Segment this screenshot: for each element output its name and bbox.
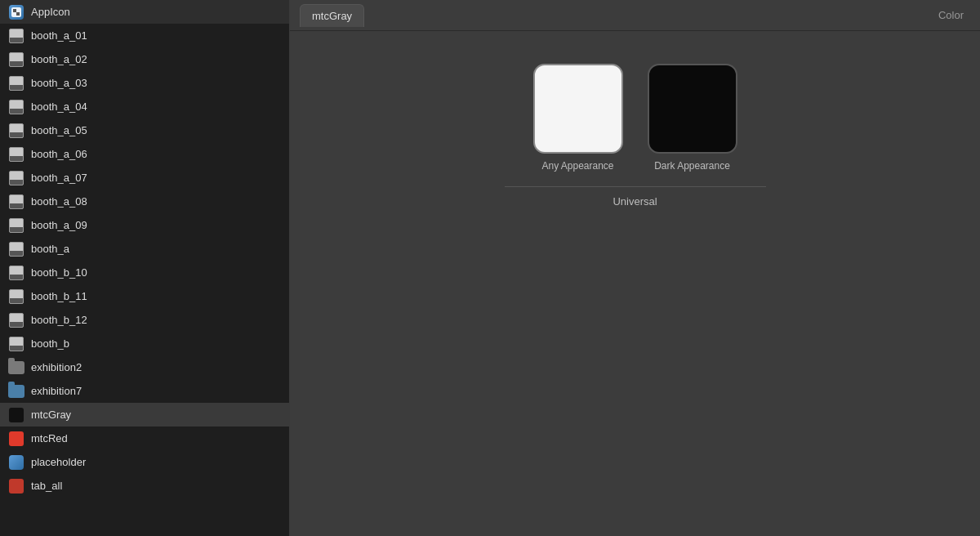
sidebar-item-label-booth_b_12: booth_b_12 (31, 314, 87, 326)
dark-appearance-card: Dark Appearance (648, 64, 737, 172)
booth_a-icon (8, 241, 24, 257)
sidebar-item-booth_a_01[interactable]: booth_a_01 (0, 24, 289, 47)
any-appearance-card: Any Appearance (533, 64, 623, 172)
booth_a_07-icon (8, 170, 24, 186)
mtcRed-icon (8, 431, 24, 447)
booth_a_06-icon (8, 146, 24, 163)
svg-rect-1 (13, 9, 16, 12)
booth_a_01-icon (8, 28, 24, 44)
sidebar-item-exhibition2[interactable]: exhibition2 (0, 355, 289, 379)
main-content: mtcGray Color Any Appearance Dark Appear… (290, 0, 980, 536)
booth_b-icon (8, 336, 24, 352)
mtcGray-icon (8, 407, 24, 423)
booth_a_02-icon (8, 51, 24, 68)
sidebar-item-label-placeholder: placeholder (31, 456, 86, 468)
booth_b_12-icon (8, 312, 24, 328)
sidebar-item-mtcRed[interactable]: mtcRed (0, 427, 289, 450)
sidebar-item-label-booth_b: booth_b (31, 337, 69, 350)
sidebar-item-booth_a_04[interactable]: booth_a_04 (0, 95, 289, 118)
exhibition7-icon (8, 383, 24, 400)
sidebar-item-label-AppIcon: AppIcon (31, 6, 70, 18)
sidebar-item-placeholder[interactable]: placeholder (0, 450, 289, 474)
tab-bar: mtcGray Color (290, 0, 980, 31)
sidebar-item-tab_all[interactable]: tab_all (0, 474, 289, 498)
sidebar-item-AppIcon[interactable]: AppIcon (0, 0, 289, 24)
sidebar-item-label-tab_all: tab_all (31, 480, 62, 492)
appearance-cards: Any Appearance Dark Appearance (533, 64, 737, 172)
sidebar-item-label-booth_a_03: booth_a_03 (31, 77, 87, 89)
sidebar-item-booth_b_12[interactable]: booth_b_12 (0, 308, 289, 332)
booth_a_05-icon (8, 123, 24, 139)
dark-appearance-preview[interactable] (648, 64, 737, 154)
sidebar-item-booth_a_03[interactable]: booth_a_03 (0, 71, 289, 95)
appearance-divider (505, 186, 766, 187)
sidebar-item-booth_b_11[interactable]: booth_b_11 (0, 284, 289, 308)
svg-rect-2 (16, 12, 20, 16)
dark-appearance-label: Dark Appearance (654, 160, 730, 172)
sidebar-item-label-booth_a: booth_a (31, 243, 69, 255)
booth_b_10-icon (8, 265, 24, 281)
sidebar-item-booth_a_09[interactable]: booth_a_09 (0, 213, 289, 237)
sidebar-item-label-booth_a_05: booth_a_05 (31, 124, 87, 136)
sidebar-item-booth_a[interactable]: booth_a (0, 237, 289, 261)
sidebar-item-label-mtcRed: mtcRed (31, 432, 68, 444)
universal-label: Universal (612, 195, 657, 208)
booth_a_03-icon (8, 75, 24, 92)
sidebar-item-label-mtcGray: mtcGray (31, 409, 71, 421)
any-appearance-preview[interactable] (533, 64, 623, 154)
sidebar-item-label-booth_a_06: booth_a_06 (31, 148, 87, 160)
sidebar-item-booth_a_02[interactable]: booth_a_02 (0, 47, 289, 71)
sidebar-item-label-booth_b_11: booth_b_11 (31, 290, 87, 302)
sidebar-item-exhibition7[interactable]: exhibition7 (0, 379, 289, 403)
content-area: Any Appearance Dark Appearance Universal (290, 31, 980, 536)
sidebar-item-label-exhibition7: exhibition7 (31, 385, 82, 397)
sidebar-item-mtcGray[interactable]: mtcGray (0, 403, 289, 427)
sidebar-item-booth_a_06[interactable]: booth_a_06 (0, 142, 289, 166)
sidebar-item-label-booth_a_04: booth_a_04 (31, 100, 87, 113)
asset-sidebar[interactable]: AppIconbooth_a_01booth_a_02booth_a_03boo… (0, 0, 290, 536)
active-tab-label: mtcGray (312, 10, 352, 22)
active-tab[interactable]: mtcGray (300, 4, 364, 27)
sidebar-item-label-booth_b_10: booth_b_10 (31, 266, 87, 279)
sidebar-item-booth_a_07[interactable]: booth_a_07 (0, 166, 289, 190)
color-button[interactable]: Color (932, 6, 970, 25)
any-appearance-label: Any Appearance (541, 160, 613, 172)
placeholder-icon (8, 454, 24, 471)
appearance-section: Any Appearance Dark Appearance Universal (505, 64, 766, 208)
booth_a_04-icon (8, 99, 24, 115)
exhibition2-icon (8, 360, 24, 376)
sidebar-item-booth_a_05[interactable]: booth_a_05 (0, 118, 289, 142)
sidebar-item-label-booth_a_01: booth_a_01 (31, 29, 87, 42)
sidebar-item-label-booth_a_08: booth_a_08 (31, 195, 87, 208)
booth_b_11-icon (8, 288, 24, 305)
sidebar-item-label-booth_a_07: booth_a_07 (31, 172, 87, 184)
sidebar-item-booth_b[interactable]: booth_b (0, 332, 289, 355)
sidebar-item-booth_b_10[interactable]: booth_b_10 (0, 261, 289, 284)
tab_all-icon (8, 478, 24, 494)
sidebar-item-label-exhibition2: exhibition2 (31, 361, 82, 373)
booth_a_09-icon (8, 217, 24, 234)
sidebar-item-booth_a_08[interactable]: booth_a_08 (0, 190, 289, 213)
color-button-label: Color (938, 9, 964, 21)
AppIcon-icon (8, 4, 24, 20)
sidebar-item-label-booth_a_02: booth_a_02 (31, 53, 87, 65)
sidebar-item-label-booth_a_09: booth_a_09 (31, 219, 87, 231)
booth_a_08-icon (8, 194, 24, 210)
